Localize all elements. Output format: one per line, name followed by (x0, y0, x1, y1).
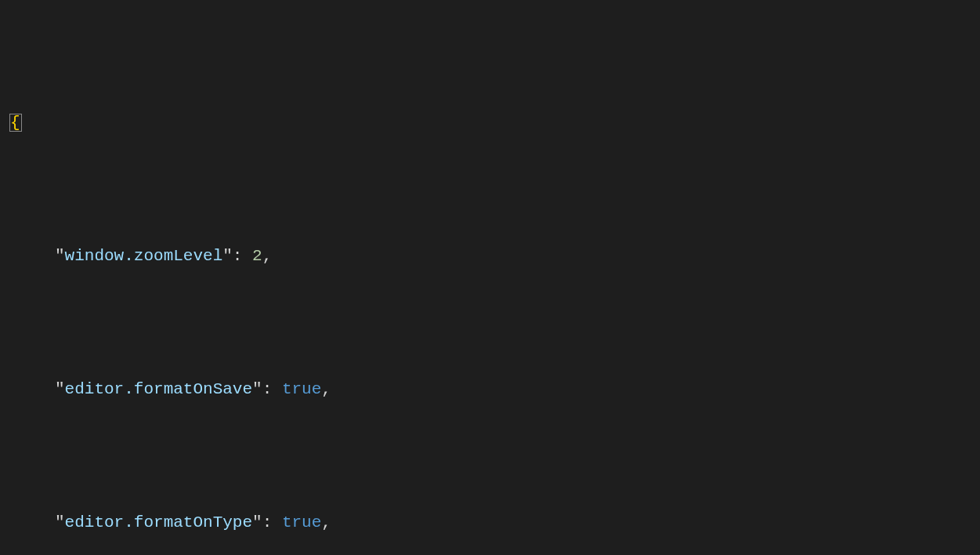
code-line[interactable]: "window.zoomLevel": 2, (0, 243, 980, 270)
json-key: "editor.formatOnSave" (55, 380, 262, 398)
code-line[interactable]: "editor.formatOnSave": true, (0, 376, 980, 403)
code-editor[interactable]: { "window.zoomLevel": 2, "editor.formatO… (0, 0, 980, 555)
json-value-boolean: true (282, 380, 321, 398)
comma: , (262, 247, 273, 265)
matched-bracket-open: { (9, 114, 22, 132)
json-value-number: 2 (252, 247, 262, 265)
colon: : (262, 513, 282, 531)
json-key: "window.zoomLevel" (55, 247, 233, 265)
comma: , (321, 380, 331, 398)
colon: : (262, 380, 282, 398)
code-line[interactable]: "editor.formatOnType": true, (0, 510, 980, 536)
json-value-boolean: true (282, 513, 321, 531)
code-line-open-brace[interactable]: { (0, 110, 980, 136)
json-key: "editor.formatOnType" (55, 513, 262, 531)
comma: , (321, 513, 331, 531)
colon: : (233, 247, 252, 265)
